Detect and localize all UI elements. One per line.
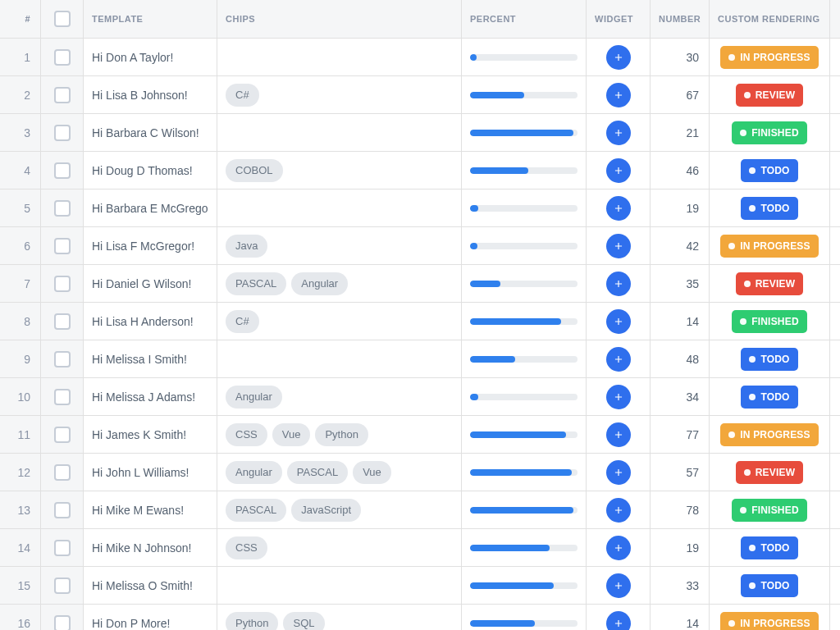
table-row[interactable]: 15Hi Melissa O Smith!33TODO [0, 567, 840, 605]
table-row[interactable]: 16Hi Don P More!PythonSQL14IN PROGRESS [0, 605, 840, 630]
row-checkbox[interactable] [54, 351, 71, 368]
progress-track [470, 582, 578, 589]
header-template[interactable]: TEMPLATE [84, 0, 217, 38]
chip[interactable]: JavaScript [291, 499, 361, 522]
cell-index: 15 [0, 567, 41, 604]
table-row[interactable]: 9Hi Melissa I Smith!48TODO [0, 340, 840, 378]
header-status[interactable]: CUSTOM RENDERING [710, 0, 830, 38]
cell-tail [830, 454, 840, 491]
cell-percent [462, 39, 587, 75]
table-row[interactable]: 2Hi Lisa B Johnson!C#67REVIEW [0, 76, 840, 114]
chip[interactable]: SQL [283, 612, 324, 631]
row-checkbox[interactable] [54, 313, 71, 330]
row-checkbox[interactable] [54, 49, 71, 66]
plus-icon [613, 618, 624, 629]
row-checkbox[interactable] [54, 276, 71, 292]
add-button[interactable] [606, 422, 631, 447]
chip[interactable]: COBOL [226, 159, 283, 182]
chip[interactable]: C# [226, 84, 259, 107]
header-checkbox[interactable] [41, 0, 84, 38]
table-row[interactable]: 12Hi John L Williams!AngularPASCALVue57R… [0, 454, 840, 491]
row-checkbox[interactable] [54, 389, 71, 405]
add-button[interactable] [606, 611, 631, 631]
add-button[interactable] [606, 573, 631, 598]
add-button[interactable] [606, 347, 631, 372]
add-button[interactable] [606, 234, 631, 258]
row-checkbox[interactable] [54, 502, 71, 518]
header-index[interactable]: # [0, 0, 41, 38]
plus-icon [613, 467, 624, 478]
header-percent[interactable]: PERCENT [462, 0, 587, 38]
chip[interactable]: Java [226, 235, 267, 258]
chip[interactable]: Angular [291, 272, 348, 295]
add-button[interactable] [606, 498, 631, 523]
row-checkbox[interactable] [54, 464, 71, 481]
row-checkbox[interactable] [54, 578, 71, 594]
row-checkbox[interactable] [54, 87, 71, 103]
cell-tail [830, 152, 840, 189]
table-row[interactable]: 10Hi Melissa J Adams!Angular34TODO [0, 378, 840, 416]
add-button[interactable] [606, 460, 631, 485]
chip[interactable]: PASCAL [226, 272, 286, 295]
cell-widget [587, 340, 651, 377]
row-checkbox[interactable] [54, 200, 71, 217]
cell-chips: PASCALAngular [217, 265, 462, 302]
cell-checkbox [41, 416, 84, 453]
table-row[interactable]: 6Hi Lisa F McGregor!Java42IN PROGRESS [0, 227, 840, 265]
cell-template: Hi Don P More! [84, 605, 217, 630]
progress-bar [470, 620, 535, 627]
chip[interactable]: Vue [272, 423, 311, 446]
row-checkbox[interactable] [54, 615, 71, 631]
chip[interactable]: Angular [226, 386, 282, 409]
cell-status: TODO [710, 378, 830, 415]
chip[interactable]: Python [226, 612, 278, 631]
chip[interactable]: CSS [226, 423, 267, 446]
header-number[interactable]: NUMBER [651, 0, 710, 38]
row-checkbox[interactable] [54, 162, 71, 179]
table-row[interactable]: 4Hi Doug D Thomas!COBOL46TODO [0, 152, 840, 189]
add-button[interactable] [606, 196, 631, 221]
cell-chips: PythonSQL [217, 605, 462, 630]
chip[interactable]: CSS [226, 536, 267, 559]
table-row[interactable]: 1Hi Don A Taylor!30IN PROGRESS [0, 39, 840, 76]
status-badge: FINISHED [732, 121, 807, 144]
table-row[interactable]: 13Hi Mike M Ewans!PASCALJavaScript78FINI… [0, 491, 840, 529]
table-row[interactable]: 3Hi Barbara C Wilson!21FINISHED [0, 114, 840, 152]
row-checkbox[interactable] [54, 238, 71, 254]
cell-tail [830, 114, 840, 151]
add-button[interactable] [606, 45, 631, 70]
add-button[interactable] [606, 385, 631, 409]
table-row[interactable]: 5Hi Barbara E McGrego19TODO [0, 189, 840, 227]
chip[interactable]: Angular [226, 461, 282, 484]
add-button[interactable] [606, 309, 631, 334]
add-button[interactable] [606, 121, 631, 145]
add-button[interactable] [606, 272, 631, 296]
progress-bar [470, 130, 573, 136]
table-row[interactable]: 14Hi Mike N Johnson!CSS19TODO [0, 529, 840, 567]
status-badge: IN PROGRESS [720, 423, 819, 446]
status-badge: TODO [741, 348, 797, 371]
cell-number: 30 [651, 39, 710, 75]
header-widget[interactable]: WIDGET [587, 0, 651, 38]
cell-percent [462, 114, 587, 151]
table-row[interactable]: 7Hi Daniel G Wilson!PASCALAngular35REVIE… [0, 265, 840, 303]
chip[interactable]: C# [226, 310, 259, 333]
chip[interactable]: PASCAL [287, 461, 348, 484]
add-button[interactable] [606, 83, 631, 107]
chip[interactable]: PASCAL [226, 499, 286, 522]
row-checkbox[interactable] [54, 125, 71, 141]
cell-tail [830, 76, 840, 113]
header-chips[interactable]: CHIPS [217, 0, 462, 38]
cell-status: REVIEW [710, 454, 830, 491]
add-button[interactable] [606, 158, 631, 183]
cell-number: 14 [651, 303, 710, 340]
select-all-checkbox[interactable] [54, 11, 71, 27]
chip[interactable]: Vue [353, 461, 391, 484]
table-row[interactable]: 8Hi Lisa H Anderson!C#14FINISHED [0, 303, 840, 340]
chip[interactable]: Python [315, 423, 368, 446]
add-button[interactable] [606, 536, 631, 560]
status-badge: TODO [741, 536, 797, 559]
table-row[interactable]: 11Hi James K Smith!CSSVuePython77IN PROG… [0, 416, 840, 454]
row-checkbox[interactable] [54, 427, 71, 443]
row-checkbox[interactable] [54, 540, 71, 556]
